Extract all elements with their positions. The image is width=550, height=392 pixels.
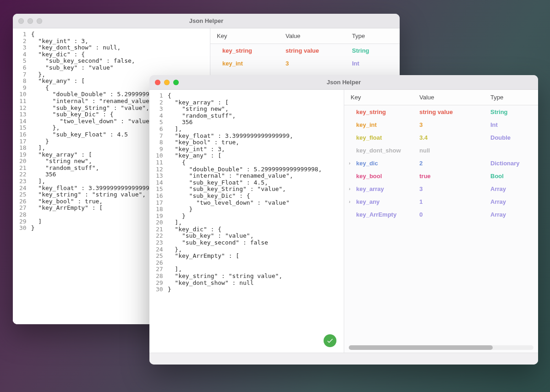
row-value: null [419,147,490,154]
row-type: Dictionary [490,160,532,167]
table-row[interactable]: ›key_dic2Dictionary [344,157,538,169]
row-type: String [352,47,393,54]
row-key[interactable]: ›key_dont_show [351,147,419,154]
table-row[interactable]: ›key_booltrueBool [344,169,538,182]
row-type: Int [490,121,532,128]
traffic-lights [18,18,42,24]
row-key[interactable]: ›key_string [217,47,286,54]
titlebar[interactable]: Json Helper [149,75,538,90]
row-key[interactable]: ›key_array [351,185,419,192]
minimize-icon[interactable] [28,18,33,24]
traffic-lights [155,80,179,85]
row-key[interactable]: ›key_float [351,134,419,141]
row-value: 1 [419,198,490,205]
row-type: Array [490,211,532,218]
row-key[interactable]: ›key_dic [351,160,419,167]
row-value: string value [286,47,352,54]
code-content[interactable]: { "key_array" : [ "string new", "random_… [167,90,327,353]
row-key[interactable]: ›key_string [351,109,419,115]
disclosure-chevron-icon[interactable]: › [349,160,353,166]
inspector-header: Key Value Type [210,28,400,44]
titlebar[interactable]: Json Helper [13,14,400,28]
row-value: string value [419,109,490,115]
inspector-rows: ›key_stringstring valueString›key_int3In… [344,105,538,353]
row-key[interactable]: ›key_int [217,60,286,67]
zoom-icon[interactable] [37,18,42,24]
json-editor[interactable]: 1 2 3 4 5 6 7 8 9 10 11 12 13 14 15 16 1… [149,90,344,353]
row-key[interactable]: ›key_any [351,198,419,205]
row-key[interactable]: ›key_bool [351,173,419,180]
zoom-icon[interactable] [173,80,179,85]
table-row[interactable]: ›key_array3Array [344,182,538,195]
col-type[interactable]: Type [490,94,532,101]
horizontal-scrollbar[interactable] [349,345,534,350]
row-type: Array [490,198,532,205]
row-value: true [419,173,490,180]
table-row[interactable]: ›key_int3Int [344,118,538,131]
disclosure-chevron-icon[interactable]: › [349,199,353,204]
line-gutter: 1 2 3 4 5 6 7 8 9 10 11 12 13 14 15 16 1… [13,28,30,324]
table-row[interactable]: ›key_stringstring valueString [210,44,400,57]
col-value[interactable]: Value [419,94,490,101]
close-icon[interactable] [155,80,160,85]
inspector-header: Key Value Type [344,90,538,105]
table-row[interactable]: ›key_stringstring valueString [344,105,538,118]
status-bar [149,353,538,365]
col-type[interactable]: Type [352,33,393,39]
table-row[interactable]: ›key_int3Int [210,57,400,70]
row-type: Int [352,60,393,67]
row-type: String [490,109,532,115]
row-value: 2 [419,160,490,167]
col-key[interactable]: Key [351,94,419,101]
table-row[interactable]: ›key_ArrEmpty0Array [344,208,538,221]
close-icon[interactable] [18,18,24,24]
inspector-panel: Key Value Type ›key_stringstring valueSt… [344,90,538,353]
foreground-window: Json Helper 1 2 3 4 5 6 7 8 9 10 11 12 1… [149,75,538,365]
row-key[interactable]: ›key_ArrEmpty [351,211,419,218]
row-value: 0 [419,211,490,218]
col-value[interactable]: Value [286,33,352,39]
row-type: Array [490,185,532,192]
minimize-icon[interactable] [164,80,170,85]
table-row[interactable]: ›key_float3.4Double [344,131,538,144]
line-gutter: 1 2 3 4 5 6 7 8 9 10 11 12 13 14 15 16 1… [149,90,167,353]
window-title: Json Helper [189,17,223,24]
window-title: Json Helper [327,79,361,86]
col-key[interactable]: Key [217,33,286,39]
row-value: 3.4 [419,134,490,141]
row-type: Bool [490,173,532,180]
row-value: 3 [286,60,352,67]
table-row[interactable]: ›key_dont_shownull [344,144,538,157]
row-key[interactable]: ›key_int [351,121,419,128]
row-value: 3 [419,121,490,128]
row-value: 3 [419,185,490,192]
disclosure-chevron-icon[interactable]: › [349,186,353,191]
valid-check-icon [324,334,336,347]
table-row[interactable]: ›key_any1Array [344,195,538,208]
row-type: Double [490,134,532,141]
scrollbar-thumb[interactable] [349,345,493,350]
